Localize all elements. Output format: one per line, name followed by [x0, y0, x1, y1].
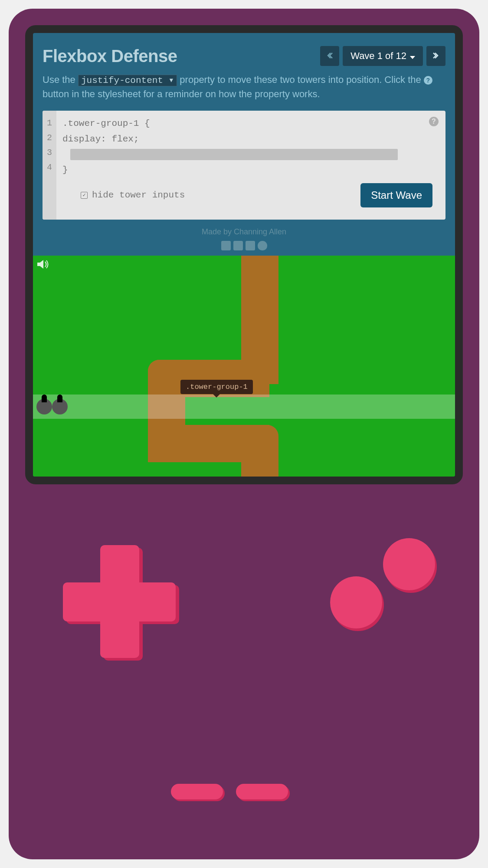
tower-group-tooltip: .tower-group-1 — [180, 380, 253, 394]
editor-footer: ✓ hide tower inputs Start Wave — [62, 178, 439, 214]
code-area: .tower-group-1 { display: flex; } ✓ hide… — [56, 111, 445, 220]
line-num: 1 — [47, 116, 52, 131]
start-wave-button[interactable]: Start Wave — [360, 183, 432, 207]
caret-down-icon — [410, 50, 415, 62]
css-editor: 1 2 3 4 .tower-group-1 { display: flex; … — [43, 111, 445, 220]
instr-part3: button in the stylesheet for a reminder … — [43, 89, 320, 99]
app-header: Flexbox Defense Wave 1 of 12 — [33, 33, 455, 70]
property-dropdown[interactable]: justify-content ▾ — [78, 75, 177, 86]
instructions-text: Use the justify-content ▾ property to mo… — [33, 70, 455, 107]
tower[interactable] — [52, 399, 68, 414]
dpad[interactable] — [62, 545, 175, 658]
facebook-icon[interactable] — [221, 241, 231, 250]
line-num: 4 — [47, 160, 52, 175]
tower-group-strip — [33, 395, 455, 419]
tower[interactable] — [36, 399, 52, 414]
code-line: .tower-group-1 { — [62, 116, 439, 132]
hide-inputs-toggle[interactable]: ✓ hide tower inputs — [81, 187, 185, 203]
checkbox-icon: ✓ — [81, 192, 88, 199]
code-line: display: flex; — [62, 132, 439, 147]
start-button[interactable] — [171, 784, 223, 799]
twitter-icon[interactable] — [233, 241, 243, 250]
code-line: } — [62, 162, 439, 178]
css-input-field[interactable] — [70, 149, 398, 160]
sound-toggle-icon[interactable] — [36, 259, 49, 271]
line-gutter: 1 2 3 4 — [43, 111, 56, 220]
screen-bezel: Flexbox Defense Wave 1 of 12 — [25, 25, 463, 484]
wave-navigation: Wave 1 of 12 — [320, 46, 445, 66]
github-icon[interactable] — [258, 241, 267, 250]
wave-selector[interactable]: Wave 1 of 12 — [343, 46, 423, 66]
select-button[interactable] — [236, 784, 288, 799]
dpad-horizontal — [63, 582, 176, 621]
chevron-left-icon — [326, 51, 333, 61]
prev-wave-button[interactable] — [320, 46, 339, 66]
chevron-right-icon — [432, 51, 439, 61]
line-num: 2 — [47, 131, 52, 145]
credits-text: Made by Channing Allen — [33, 220, 455, 239]
b-button[interactable] — [330, 576, 382, 628]
social-links — [33, 239, 455, 256]
help-icon: ? — [424, 76, 432, 85]
enemy-path — [241, 425, 278, 477]
instr-part1: Use the — [43, 74, 78, 85]
game-screen: Flexbox Defense Wave 1 of 12 — [33, 33, 455, 477]
a-button[interactable] — [383, 538, 435, 590]
gameboy-shell: Flexbox Defense Wave 1 of 12 — [9, 9, 479, 859]
instr-part2: property to move these two towers into p… — [180, 74, 423, 85]
gameboy-controls — [25, 484, 463, 823]
app-title: Flexbox Defense — [43, 46, 177, 66]
wave-label-text: Wave 1 of 12 — [350, 50, 406, 62]
line-num: 3 — [47, 145, 52, 160]
next-wave-button[interactable] — [426, 46, 445, 66]
hide-inputs-label: hide tower inputs — [92, 187, 185, 203]
linkedin-icon[interactable] — [246, 241, 255, 250]
game-board[interactable]: .tower-group-1 — [33, 256, 455, 477]
